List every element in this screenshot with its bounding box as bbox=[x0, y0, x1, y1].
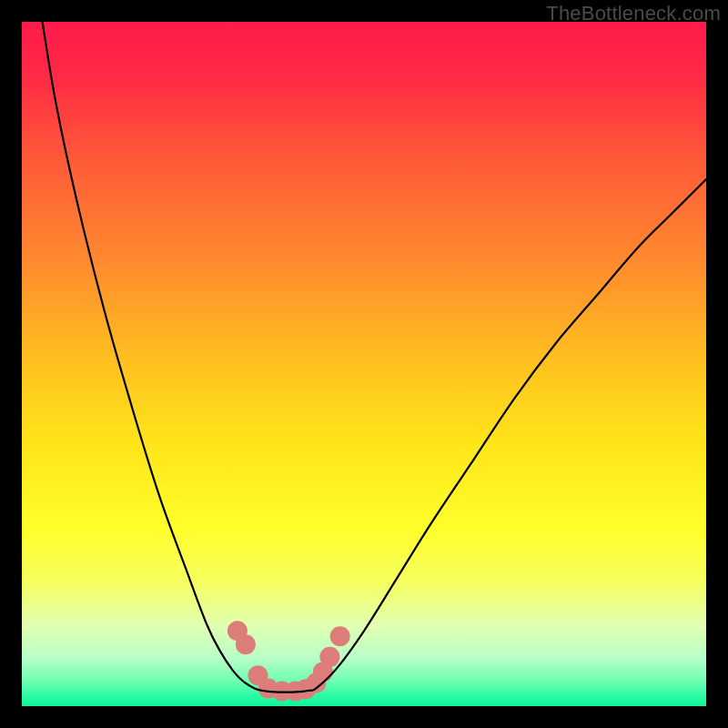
figure-root: TheBottleneck.com bbox=[0, 0, 728, 728]
marker-layer bbox=[228, 621, 350, 701]
bottleneck-curve bbox=[43, 22, 706, 693]
marker-dot bbox=[330, 626, 350, 646]
plot-area bbox=[22, 22, 706, 706]
marker-dot bbox=[319, 647, 339, 667]
watermark-text: TheBottleneck.com bbox=[546, 2, 721, 25]
marker-dot bbox=[236, 634, 256, 654]
chart-overlay bbox=[22, 22, 706, 706]
